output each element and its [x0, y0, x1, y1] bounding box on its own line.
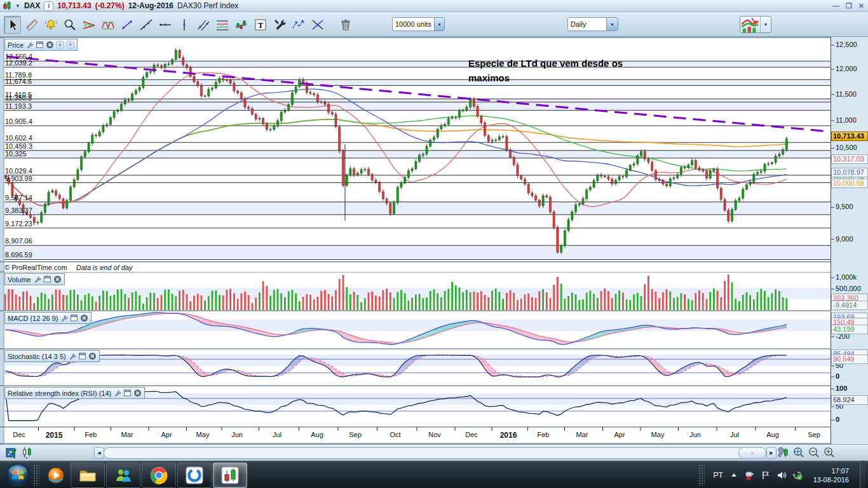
chart-settings-icon[interactable] [776, 446, 790, 459]
speaker-icon[interactable] [776, 470, 787, 480]
close-icon[interactable] [88, 352, 97, 360]
chart-type-button[interactable]: ▼ [740, 16, 771, 33]
show-desktop-button[interactable] [860, 461, 865, 488]
units-value: 10000 units [393, 20, 434, 28]
rsi-panel-header[interactable]: Relative strength index (RSI) (14) [4, 387, 145, 399]
scrollbar-thumb[interactable]: ≡ [738, 447, 766, 459]
x-axis-month-label: Jun [689, 431, 701, 438]
price-level-label: 10,905.4 [5, 118, 32, 125]
parallel-lines-tool-icon[interactable] [194, 16, 212, 34]
zigzag-tool-icon[interactable] [290, 16, 307, 34]
x-axis-month-label: Aug [766, 431, 779, 438]
timeframe-dropdown[interactable]: Daily ▼ [567, 17, 618, 31]
close-icon[interactable] [46, 41, 54, 49]
horizontal-line-tool-icon[interactable] [156, 16, 173, 34]
window-icon[interactable] [78, 352, 86, 360]
wrench-icon[interactable] [113, 389, 121, 397]
chevron-down-icon: ▼ [606, 18, 618, 30]
wrench-icon[interactable] [60, 314, 68, 322]
minimize-button[interactable]: — [832, 2, 839, 10]
macd-panel-header[interactable]: MACD (12 26 9) [4, 312, 92, 324]
window-icon[interactable] [43, 275, 51, 283]
price-level-label: 12,039.2 [5, 59, 32, 67]
chart-annotation[interactable]: Especie de LTd que vem desde os maximos [468, 56, 623, 85]
forecast-tool-icon[interactable] [233, 16, 250, 34]
window-icon[interactable] [36, 41, 44, 49]
stochastic-panel-label: Stochastic (14 3 5) [8, 353, 66, 360]
taskbar-app-explorer[interactable] [71, 463, 105, 488]
arrow-up-icon[interactable] [66, 41, 74, 49]
units-dropdown[interactable]: 10000 units ▼ [392, 17, 445, 31]
network-plug-icon[interactable] [745, 470, 755, 480]
vertical-line-tool-icon[interactable] [175, 16, 193, 34]
flag-icon[interactable] [761, 470, 771, 480]
taskbar-app-media-player[interactable] [43, 463, 69, 488]
price-badge: 10,317.03 [831, 154, 868, 164]
chart-export-icon[interactable] [5, 446, 18, 459]
pointer-tool-icon[interactable] [4, 16, 21, 34]
close-icon[interactable] [53, 275, 62, 283]
price-level-label: 10,325 [5, 150, 27, 158]
stochastic-badge: 90.549 [831, 355, 868, 364]
scrollbar-track[interactable] [104, 447, 766, 459]
zoom-tool-icon[interactable] [61, 16, 78, 34]
symbol-dropdown-arrow[interactable]: ▼ [15, 3, 20, 9]
x-axis-month-label: Dec [13, 431, 25, 438]
data-note: Data is end of day [76, 264, 133, 271]
extended-line-tool-icon[interactable] [137, 16, 154, 34]
start-button[interactable] [5, 463, 31, 488]
x-axis-month-label: Sep [349, 431, 362, 438]
price-axis-label: 9,000 [836, 235, 853, 243]
x-axis-month-label: Feb [538, 431, 550, 438]
sync-icon[interactable] [792, 470, 803, 480]
price-panel-header[interactable]: Price [4, 39, 78, 51]
delete-tool-icon[interactable] [337, 16, 354, 34]
segment-tool-icon[interactable] [118, 16, 135, 34]
scroll-right-button[interactable]: ▶ [766, 447, 776, 459]
close-icon[interactable] [80, 314, 88, 322]
wrench-icon[interactable] [25, 41, 34, 49]
drawing-settings-tool-icon[interactable] [271, 16, 288, 34]
alert-tool-icon[interactable] [42, 16, 59, 34]
taskbar-clock[interactable]: 17:07 13-08-2016 [808, 466, 854, 484]
hidden-icons-arrow-icon[interactable] [729, 470, 739, 480]
price-change: (-0.27%) [95, 1, 125, 10]
window-icon[interactable] [70, 314, 78, 322]
symbol-label[interactable]: DAX [24, 1, 40, 10]
macd-badge: 43.199 [831, 325, 868, 334]
volume-axis-label: 500,000 [836, 285, 861, 292]
zoom-selection-icon[interactable] [792, 446, 805, 459]
candle-style-icon[interactable] [20, 446, 34, 459]
price-level-label: 8,907.06 [5, 237, 32, 245]
language-indicator[interactable]: PT [713, 471, 722, 480]
last-price: 10,713.43 [57, 1, 91, 10]
restore-button[interactable]: ❐ [846, 2, 852, 10]
wrench-icon[interactable] [33, 275, 41, 283]
taskbar-app-prorealtime[interactable] [213, 463, 247, 488]
price-level-label: 10,459.3 [5, 142, 32, 150]
x-axis-month-label: Jul [730, 431, 739, 438]
chart-canvas[interactable] [0, 37, 868, 444]
taskbar-app-chrome[interactable] [142, 463, 176, 488]
zoom-in-icon[interactable] [822, 446, 836, 459]
crossed-lines-tool-icon[interactable] [309, 16, 326, 34]
pattern-double-top-tool-icon[interactable] [99, 16, 116, 34]
close-icon[interactable] [133, 389, 142, 397]
taskbar-app-messenger[interactable] [106, 463, 140, 488]
arrow-down-icon[interactable] [56, 41, 64, 49]
close-button[interactable]: ✕ [858, 2, 864, 10]
info-icon[interactable]: i [44, 1, 53, 11]
ruler-tool-icon[interactable] [23, 16, 40, 34]
scroll-left-button[interactable]: ◀ [94, 447, 104, 459]
text-tool-icon[interactable]: T [252, 16, 269, 34]
volume-panel-header[interactable]: Volume [4, 273, 65, 285]
x-axis-month-label: Nov [428, 431, 441, 438]
wrench-icon[interactable] [68, 352, 76, 360]
fibonacci-tool-icon[interactable] [214, 16, 231, 34]
zoom-out-icon[interactable] [807, 446, 820, 459]
window-icon[interactable] [123, 389, 132, 397]
clock-time: 17:07 [813, 466, 849, 475]
stochastic-panel-header[interactable]: Stochastic (14 3 5) [4, 350, 100, 362]
pattern-triangle-tool-icon[interactable] [80, 16, 97, 34]
taskbar-app-blue-app[interactable] [177, 463, 212, 488]
